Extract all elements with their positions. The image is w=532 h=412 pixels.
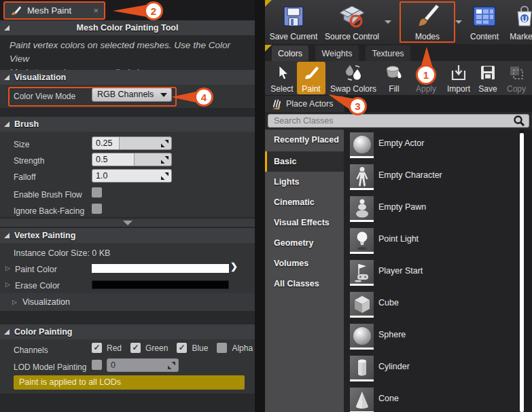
channel-green-label: Green: [145, 343, 168, 353]
channels-label: Channels: [14, 343, 48, 357]
sphere-thumbnail: [350, 324, 374, 348]
list-item-sphere[interactable]: Sphere: [344, 321, 520, 353]
list-item-cube[interactable]: Cube: [344, 289, 520, 321]
player-start-thumbnail: [350, 260, 374, 284]
channel-alpha-checkbox[interactable]: [217, 343, 227, 353]
search-icon: [513, 115, 525, 127]
brush-size-input[interactable]: 0.25: [92, 136, 172, 150]
color-expand-arrow-icon[interactable]: ❯: [230, 261, 238, 271]
save-current-button[interactable]: Save Current: [269, 1, 318, 42]
channel-blue-checkbox[interactable]: ✓: [177, 343, 187, 353]
color-view-mode-dropdown[interactable]: RGB Channels: [92, 88, 172, 102]
point-light-thumbnail: [350, 228, 374, 252]
marketplace-bag-icon: [513, 1, 532, 31]
panel-divider[interactable]: [255, 0, 265, 412]
fill-tool-button[interactable]: Fill: [379, 62, 409, 94]
category-cinematic[interactable]: Cinematic: [265, 192, 344, 212]
erase-color-label: Erase Color: [15, 279, 60, 293]
erase-color-swatch[interactable]: [92, 280, 229, 289]
paint-color-swatch[interactable]: [92, 264, 229, 273]
tab-mesh-paint[interactable]: Mesh Paint ×: [3, 1, 105, 20]
enable-brush-flow-checkbox[interactable]: [92, 187, 102, 198]
source-control-box-icon: [338, 1, 366, 31]
channel-blue-label: Blue: [192, 343, 208, 353]
import-tool-button[interactable]: Import: [443, 62, 474, 94]
collapse-triangle-icon[interactable]: [4, 25, 10, 31]
list-scrollbar[interactable]: [520, 133, 524, 412]
channel-red-checkbox[interactable]: ✓: [92, 343, 102, 353]
brush-strength-input[interactable]: 0.5: [92, 153, 172, 166]
list-item-player-start[interactable]: Player Start: [344, 257, 520, 289]
category-all-classes[interactable]: All Classes: [265, 274, 344, 294]
category-lights[interactable]: Lights: [265, 172, 344, 192]
paint-tools-row: Select Paint Swap Colors Fill: [265, 61, 532, 95]
modes-button[interactable]: Modes: [404, 1, 451, 42]
drag-diagonal-icon: [168, 362, 175, 369]
callout-2: 2: [110, 1, 175, 21]
category-geometry[interactable]: Geometry: [265, 233, 344, 253]
brush-falloff-input[interactable]: 1.0: [92, 169, 172, 183]
collapse-triangle-icon: [4, 75, 10, 80]
section-vertex-painting-header[interactable]: Vertex Painting: [0, 228, 255, 243]
panel-title-bar: Mesh Color Painting Tool: [0, 20, 255, 35]
section-color-painting-header[interactable]: Color Painting: [0, 324, 255, 339]
marketplace-button[interactable]: Marketp: [508, 1, 532, 42]
paintbrush-icon: [10, 5, 22, 16]
tab-textures[interactable]: Textures: [366, 45, 410, 61]
category-visual-effects[interactable]: Visual Effects: [265, 212, 344, 233]
callout-1: 1: [413, 45, 440, 87]
brush-falloff-label: Falloff: [14, 170, 35, 184]
copy-icon: [508, 62, 525, 83]
lod-index-input[interactable]: 0: [107, 358, 179, 372]
ignore-back-facing-label: Ignore Back-Facing: [14, 204, 84, 218]
drag-diagonal-icon: [161, 172, 169, 180]
erase-color-expander-icon[interactable]: ▷: [5, 281, 10, 288]
paint-tool-button[interactable]: Paint: [297, 62, 325, 94]
list-item-cylinder[interactable]: Cylinder: [344, 353, 520, 385]
source-control-caret-icon[interactable]: [385, 20, 391, 24]
list-item-empty-character[interactable]: Empty Character: [344, 162, 520, 193]
section-visualization-header[interactable]: Visualization: [0, 70, 255, 85]
channel-green-checkbox[interactable]: ✓: [130, 343, 141, 353]
cube-thumbnail: [350, 292, 374, 316]
place-actors-categories: Recently Placed Basic Lights Cinematic V…: [265, 130, 344, 412]
search-input[interactable]: [268, 114, 529, 128]
category-volumes[interactable]: Volumes: [265, 253, 344, 274]
lod-model-painting-checkbox[interactable]: [92, 360, 102, 370]
list-item-point-light[interactable]: Point Light: [344, 225, 520, 257]
main-toolbar: Save Current Source Control Modes: [265, 0, 532, 44]
content-button[interactable]: Content: [463, 1, 506, 42]
tab-mesh-paint-label: Mesh Paint: [27, 5, 88, 16]
list-item-empty-pawn[interactable]: Empty Pawn: [344, 193, 520, 225]
modes-caret-icon[interactable]: [455, 20, 462, 24]
section-brush-header[interactable]: Brush: [0, 117, 255, 132]
instance-color-size: Instance Color Size: 0 KB: [14, 246, 110, 260]
ignore-back-facing-checkbox[interactable]: [92, 204, 102, 214]
content-browser-icon: [472, 1, 497, 31]
swap-colors-button[interactable]: Swap Colors: [327, 62, 379, 94]
list-item-empty-actor[interactable]: Empty Actor: [344, 130, 520, 162]
close-icon[interactable]: ×: [93, 5, 99, 16]
source-control-button[interactable]: Source Control: [323, 1, 381, 42]
chevron-down-icon: [160, 93, 167, 97]
section-vertex-painting: Vertex Painting Instance Color Size: 0 K…: [0, 228, 255, 311]
select-tool-button[interactable]: Select: [268, 62, 296, 94]
paint-mode-tabbar: Colors Weights Textures: [265, 44, 532, 61]
copy-tool-button[interactable]: Copy: [503, 62, 530, 94]
category-recently-placed[interactable]: Recently Placed: [265, 130, 344, 150]
list-item-cone[interactable]: Cone: [344, 385, 520, 412]
lod-warning-banner: Paint is applied to all LODs: [14, 375, 245, 390]
category-basic[interactable]: Basic: [265, 151, 344, 172]
paint-color-expander-icon[interactable]: ▷: [5, 265, 10, 271]
expander-down-icon: [123, 221, 132, 225]
empty-character-thumbnail: [350, 164, 374, 188]
vertex-visualization-subsection[interactable]: ▷ Visualization: [0, 293, 255, 311]
drag-diagonal-icon: [161, 156, 169, 164]
swap-droplets-icon: [342, 62, 365, 83]
tab-colors[interactable]: Colors: [272, 45, 308, 61]
tab-weights[interactable]: Weights: [315, 45, 359, 61]
visualization-expander-icon: ▷: [12, 299, 17, 305]
callout-4: 4: [167, 87, 232, 107]
section-expander-bar[interactable]: [0, 219, 255, 227]
save-tool-button[interactable]: Save: [474, 62, 501, 94]
